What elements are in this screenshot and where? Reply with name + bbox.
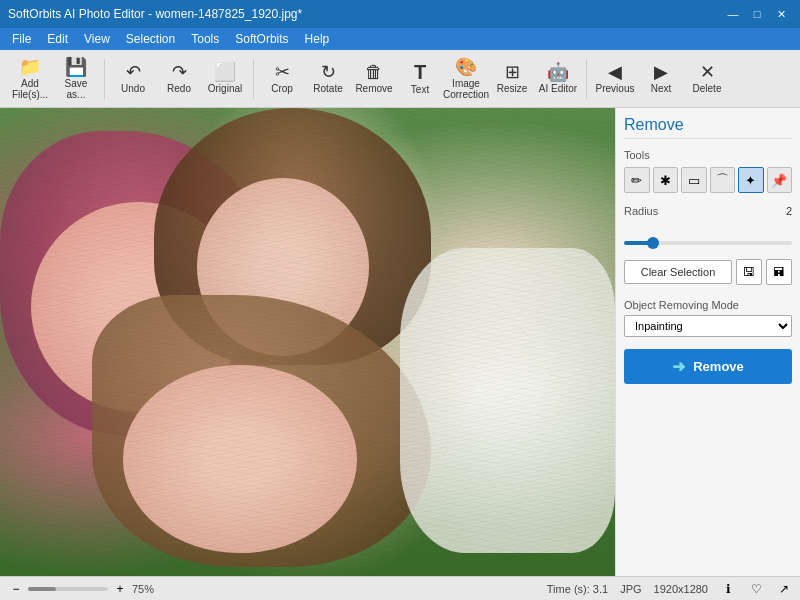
ai-editor-icon: 🤖 (547, 63, 569, 81)
zoom-slider-track[interactable] (28, 587, 108, 591)
remove-toolbar-icon: 🗑 (365, 63, 383, 81)
add-files-button[interactable]: 📁 Add File(s)... (8, 54, 52, 104)
remove-toolbar-label: Remove (355, 83, 392, 94)
redo-label: Redo (167, 83, 191, 94)
lasso-tool-button[interactable]: ⌒ (710, 167, 736, 193)
text-label: Text (411, 84, 429, 95)
previous-label: Previous (596, 83, 635, 94)
star-pen-tool-button[interactable]: ✱ (653, 167, 679, 193)
menu-view[interactable]: View (76, 30, 118, 48)
ai-editor-button[interactable]: 🤖 AI Editor (536, 54, 580, 104)
zoom-in-button[interactable]: + (112, 581, 128, 597)
menu-help[interactable]: Help (297, 30, 338, 48)
canvas-area[interactable] (0, 108, 615, 576)
image-correction-button[interactable]: 🎨 Image Correction (444, 54, 488, 104)
save-as-icon: 💾 (65, 58, 87, 76)
menu-bar: File Edit View Selection Tools SoftOrbit… (0, 28, 800, 50)
minimize-button[interactable]: — (722, 3, 744, 25)
maximize-button[interactable]: □ (746, 3, 768, 25)
right-panel: Remove Tools ✏ ✱ ▭ ⌒ ✦ 📌 Radius 2 Clear … (615, 108, 800, 576)
zoom-level: 75% (132, 583, 154, 595)
zoom-area: − + 75% (8, 581, 154, 597)
undo-label: Undo (121, 83, 145, 94)
crop-button[interactable]: ✂ Crop (260, 54, 304, 104)
object-removing-mode-select[interactable]: Inpainting Smart Fill Content Aware (624, 315, 792, 337)
save-selection-button[interactable]: 🖫 (736, 259, 762, 285)
rotate-label: Rotate (313, 83, 342, 94)
tools-row: ✏ ✱ ▭ ⌒ ✦ 📌 (624, 167, 792, 193)
zoom-slider-fill (28, 587, 56, 591)
radius-value: 2 (786, 205, 792, 217)
resize-button[interactable]: ⊞ Resize (490, 54, 534, 104)
status-bar: − + 75% Time (s): 3.1 JPG 1920x1280 ℹ ♡ … (0, 576, 800, 600)
original-icon: ⬜ (214, 63, 236, 81)
crop-icon: ✂ (275, 63, 290, 81)
add-files-icon: 📁 (19, 58, 41, 76)
toolbar: 📁 Add File(s)... 💾 Save as... ↶ Undo ↷ R… (0, 50, 800, 108)
photo-element (123, 365, 357, 552)
main-area: Remove Tools ✏ ✱ ▭ ⌒ ✦ 📌 Radius 2 Clear … (0, 108, 800, 576)
format-info: JPG (620, 583, 641, 595)
action-row: Clear Selection 🖫 🖬 (624, 259, 792, 285)
share-button[interactable]: ↗ (776, 581, 792, 597)
delete-label: Delete (693, 83, 722, 94)
delete-button[interactable]: ✕ Delete (685, 54, 729, 104)
image-correction-icon: 🎨 (455, 58, 477, 76)
original-label: Original (208, 83, 242, 94)
time-info: Time (s): 3.1 (547, 583, 608, 595)
close-button[interactable]: ✕ (770, 3, 792, 25)
radius-row: Radius 2 (624, 205, 792, 217)
menu-file[interactable]: File (4, 30, 39, 48)
previous-icon: ◀ (608, 63, 622, 81)
pen-tool-button[interactable]: ✏ (624, 167, 650, 193)
tools-label: Tools (624, 149, 792, 161)
zoom-out-button[interactable]: − (8, 581, 24, 597)
text-button[interactable]: T Text (398, 54, 442, 104)
heart-button[interactable]: ♡ (748, 581, 764, 597)
previous-button[interactable]: ◀ Previous (593, 54, 637, 104)
photo-background (0, 108, 615, 576)
radius-label: Radius (624, 205, 780, 217)
pin-tool-button[interactable]: 📌 (767, 167, 793, 193)
undo-button[interactable]: ↶ Undo (111, 54, 155, 104)
ai-editor-label: AI Editor (539, 83, 577, 94)
resize-label: Resize (497, 83, 528, 94)
remove-button-label: Remove (693, 359, 744, 374)
resize-icon: ⊞ (505, 63, 520, 81)
remove-toolbar-button[interactable]: 🗑 Remove (352, 54, 396, 104)
title-text: SoftOrbits AI Photo Editor - women-14878… (8, 7, 722, 21)
rect-select-tool-button[interactable]: ▭ (681, 167, 707, 193)
save-as-label: Save as... (55, 78, 97, 100)
original-button[interactable]: ⬜ Original (203, 54, 247, 104)
clear-selection-button[interactable]: Clear Selection (624, 260, 732, 284)
add-files-label: Add File(s)... (9, 78, 51, 100)
menu-tools[interactable]: Tools (183, 30, 227, 48)
remove-arrow-icon: ➜ (672, 357, 685, 376)
panel-title: Remove (624, 116, 792, 139)
rotate-button[interactable]: ↻ Rotate (306, 54, 350, 104)
menu-selection[interactable]: Selection (118, 30, 183, 48)
magic-wand-tool-button[interactable]: ✦ (738, 167, 764, 193)
undo-icon: ↶ (126, 63, 141, 81)
text-icon: T (414, 62, 426, 82)
object-removing-mode-label: Object Removing Mode (624, 299, 792, 311)
dimensions-info: 1920x1280 (654, 583, 708, 595)
load-selection-button[interactable]: 🖬 (766, 259, 792, 285)
next-label: Next (651, 83, 672, 94)
delete-icon: ✕ (700, 63, 715, 81)
radius-slider[interactable] (624, 241, 792, 245)
title-bar: SoftOrbits AI Photo Editor - women-14878… (0, 0, 800, 28)
menu-edit[interactable]: Edit (39, 30, 76, 48)
crop-label: Crop (271, 83, 293, 94)
image-correction-label: Image Correction (443, 78, 489, 100)
status-info: Time (s): 3.1 JPG 1920x1280 ℹ ♡ ↗ (547, 581, 792, 597)
save-as-button[interactable]: 💾 Save as... (54, 54, 98, 104)
redo-button[interactable]: ↷ Redo (157, 54, 201, 104)
next-icon: ▶ (654, 63, 668, 81)
photo-element (400, 248, 615, 552)
remove-button[interactable]: ➜ Remove (624, 349, 792, 384)
info-button[interactable]: ℹ (720, 581, 736, 597)
next-button[interactable]: ▶ Next (639, 54, 683, 104)
menu-softorbits[interactable]: SoftOrbits (227, 30, 296, 48)
redo-icon: ↷ (172, 63, 187, 81)
